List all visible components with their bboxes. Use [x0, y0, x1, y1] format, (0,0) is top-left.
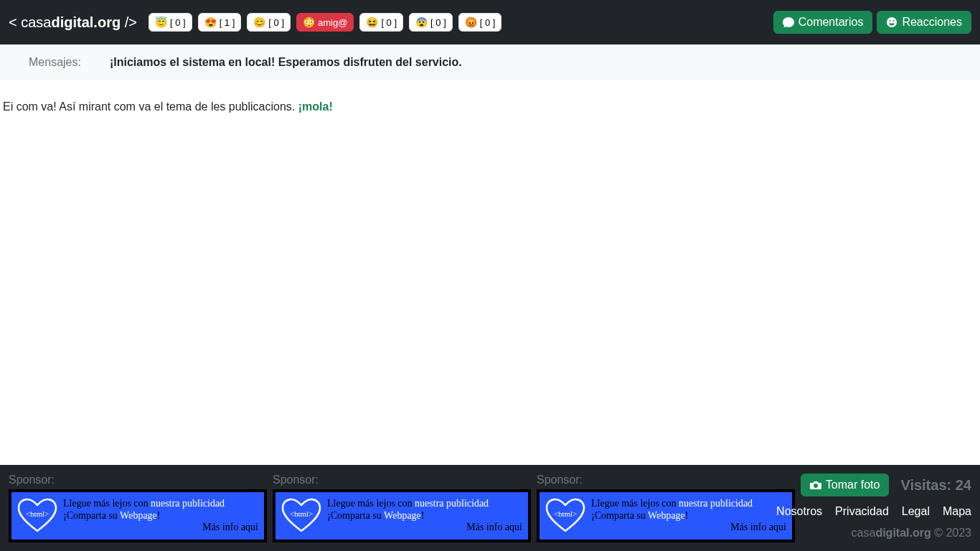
sponsor-text: Llegue más lejos con nuestra publicidad …	[327, 498, 522, 534]
post-mola: ¡mola!	[298, 100, 333, 113]
sponsor-text: Llegue más lejos con nuestra publicidad …	[63, 498, 258, 534]
sponsor-block: Sponsor: <html> Llegue más lejos con nue…	[537, 474, 795, 542]
tomar-foto-label: Tomar foto	[826, 479, 880, 491]
brand-link[interactable]: < casadigital.org />	[9, 14, 137, 31]
reaction-count: [ 0 ]	[268, 17, 284, 28]
emoji-angry-icon: 😡	[465, 17, 477, 28]
sponsor-label: Sponsor:	[537, 474, 795, 486]
reacciones-label: Reacciones	[902, 16, 962, 29]
reaction-label: amig@	[318, 17, 347, 28]
messages-bar: Mensajes: ¡Iniciamos el sistema en local…	[0, 44, 980, 80]
brand-prefix: < casa	[9, 14, 51, 30]
reaction-halo[interactable]: 😇[ 0 ]	[149, 13, 192, 32]
emoji-laugh-icon: 😆	[366, 17, 378, 28]
emoji-flushed-icon: 😳	[303, 17, 315, 28]
tomar-foto-button[interactable]: Tomar foto	[801, 474, 890, 496]
footer: Sponsor: <html> Llegue más lejos con nue…	[0, 465, 980, 551]
sponsor-text: Llegue más lejos con nuestra publicidad …	[591, 498, 786, 534]
sponsor-label: Sponsor:	[9, 474, 267, 486]
svg-text:<html>: <html>	[26, 509, 50, 518]
heart-html-icon: <html>	[17, 498, 57, 534]
footer-row-top: Tomar foto Visitas: 24	[801, 474, 971, 496]
nav-right: Comentarios Reacciones	[773, 11, 971, 34]
svg-text:<html>: <html>	[554, 509, 578, 518]
heart-html-icon: <html>	[281, 498, 321, 534]
reacciones-button[interactable]: Reacciones	[877, 11, 971, 34]
sponsor-block: Sponsor: <html> Llegue más lejos con nue…	[9, 474, 267, 542]
reaction-count: [ 0 ]	[480, 17, 496, 28]
footer-right: Tomar foto Visitas: 24 Nosotros Privacid…	[776, 474, 971, 540]
camera-icon	[810, 479, 821, 491]
grin-icon	[886, 17, 897, 28]
emoji-scream-icon: 😨	[415, 17, 428, 28]
reaction-count: [ 0 ]	[381, 17, 397, 28]
post-content: Ei com va! Así mirant com va el tema de …	[0, 80, 980, 116]
sponsor-banner[interactable]: <html> Llegue más lejos con nuestra publ…	[273, 489, 531, 542]
messages-label: Mensajes:	[29, 56, 81, 69]
link-nosotros[interactable]: Nosotros	[776, 505, 822, 518]
comentarios-label: Comentarios	[798, 16, 864, 29]
heart-html-icon: <html>	[545, 498, 585, 534]
comentarios-button[interactable]: Comentarios	[773, 11, 873, 34]
visitas-counter: Visitas: 24	[900, 477, 971, 494]
svg-point-2	[893, 20, 895, 22]
sponsor-label: Sponsor:	[273, 474, 531, 486]
svg-point-1	[890, 20, 891, 22]
reaction-smile[interactable]: 😊[ 0 ]	[247, 13, 291, 32]
svg-point-0	[887, 17, 897, 27]
brand-bold: digital.org	[51, 14, 121, 30]
brand-suffix: />	[121, 14, 137, 30]
footer-links: Nosotros Privacidad Legal Mapa	[776, 505, 971, 518]
emoji-hearteyes-icon: 😍	[204, 17, 217, 28]
sponsor-banner[interactable]: <html> Llegue más lejos con nuestra publ…	[537, 489, 795, 542]
link-legal[interactable]: Legal	[902, 505, 930, 518]
svg-text:<html>: <html>	[290, 509, 314, 518]
link-privacidad[interactable]: Privacidad	[835, 505, 889, 518]
reaction-amigo[interactable]: 😳amig@	[296, 13, 354, 32]
copyright: casadigital.org © 2023	[852, 527, 971, 540]
reaction-scream[interactable]: 😨[ 0 ]	[409, 13, 453, 32]
reaction-laugh[interactable]: 😆[ 0 ]	[359, 13, 403, 32]
reaction-count: [ 1 ]	[220, 17, 235, 28]
navbar: < casadigital.org /> 😇[ 0 ] 😍[ 1 ] 😊[ 0 …	[0, 0, 980, 44]
reaction-hearteyes[interactable]: 😍[ 1 ]	[198, 13, 242, 32]
reactions-group: 😇[ 0 ] 😍[ 1 ] 😊[ 0 ] 😳amig@ 😆[ 0 ] 😨[ 0 …	[149, 13, 773, 32]
sponsor-block: Sponsor: <html> Llegue más lejos con nue…	[273, 474, 531, 542]
emoji-smile-icon: 😊	[253, 17, 265, 28]
messages-text: ¡Iniciamos el sistema en local! Esperamo…	[110, 56, 462, 69]
sponsor-banner[interactable]: <html> Llegue más lejos con nuestra publ…	[9, 489, 267, 542]
link-mapa[interactable]: Mapa	[943, 505, 971, 518]
comment-icon	[783, 17, 794, 28]
reaction-count: [ 0 ]	[430, 17, 446, 28]
reaction-angry[interactable]: 😡[ 0 ]	[458, 13, 502, 32]
emoji-halo-icon: 😇	[155, 17, 167, 28]
post-text: Ei com va! Así mirant com va el tema de …	[3, 100, 298, 113]
reaction-count: [ 0 ]	[170, 17, 186, 28]
